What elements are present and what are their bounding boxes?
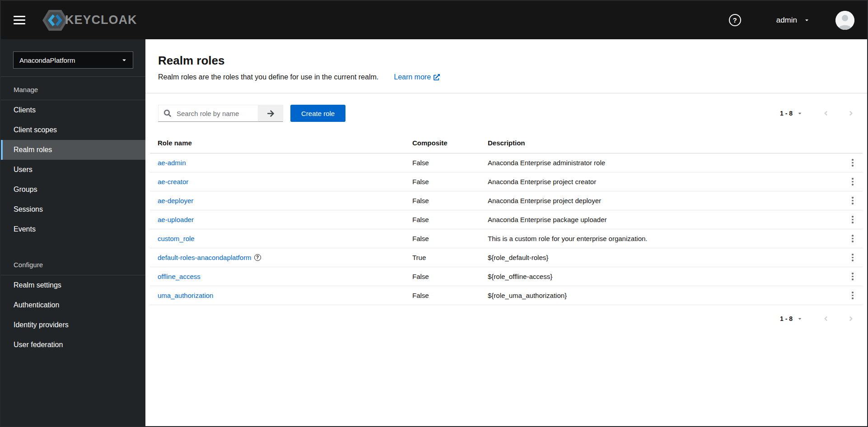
- description-cell: Anaconda Enterprise project creator: [488, 178, 843, 186]
- table-row: ae-admin False Anaconda Enterprise admin…: [150, 153, 863, 172]
- sidebar-item-users[interactable]: Users: [1, 160, 145, 180]
- sidebar-item-sessions[interactable]: Sessions: [1, 200, 145, 219]
- description-cell: ${role_default-roles}: [488, 254, 843, 261]
- top-pagination: 1 - 8: [780, 110, 854, 117]
- kebab-menu-icon[interactable]: [849, 232, 856, 245]
- search-icon: [164, 110, 171, 119]
- kebab-menu-icon[interactable]: [849, 289, 856, 302]
- kebab-menu-icon[interactable]: [849, 156, 856, 169]
- caret-down-icon: [804, 18, 809, 23]
- column-header-description: Description: [488, 139, 843, 147]
- chevron-right-icon[interactable]: [847, 315, 854, 322]
- role-name-link[interactable]: ae-admin: [158, 159, 186, 167]
- table-toolbar: Create role 1 - 8: [145, 94, 867, 133]
- user-name: admin: [776, 16, 797, 25]
- sidebar-item-realm-roles[interactable]: Realm roles: [1, 140, 145, 160]
- realm-selector[interactable]: AnacondaPlatform: [13, 51, 133, 69]
- description-cell: Anaconda Enterprise package uploader: [488, 216, 843, 223]
- role-name-link[interactable]: ae-deployer: [158, 197, 193, 204]
- composite-cell: False: [412, 273, 488, 280]
- chevron-right-icon[interactable]: [847, 110, 854, 117]
- page-title: Realm roles: [158, 53, 854, 68]
- kebab-menu-icon[interactable]: [849, 213, 856, 226]
- column-header-role-name: Role name: [150, 139, 412, 147]
- table-row: ae-creator False Anaconda Enterprise pro…: [150, 172, 863, 191]
- pagination-range: 1 - 8: [780, 315, 793, 322]
- table-row: custom_role False This is a custom role …: [150, 229, 863, 248]
- description-cell: This is a custom role for your enterpris…: [488, 235, 843, 242]
- external-link-icon: [434, 74, 440, 80]
- main-content: Realm roles Realm roles are the roles th…: [145, 39, 867, 426]
- sidebar-item-clients[interactable]: Clients: [1, 100, 145, 120]
- composite-cell: False: [412, 292, 488, 299]
- arrow-right-icon: [267, 110, 275, 117]
- description-cell: ${role_offline-access}: [488, 273, 843, 280]
- composite-cell: True: [412, 254, 488, 261]
- create-role-button[interactable]: Create role: [290, 105, 345, 122]
- sidebar-item-user-federation[interactable]: User federation: [1, 335, 145, 355]
- nav-section-label: Manage: [1, 77, 145, 100]
- sidebar-item-realm-settings[interactable]: Realm settings: [1, 275, 145, 295]
- table-row: ae-uploader False Anaconda Enterprise pa…: [150, 210, 863, 229]
- sidebar-item-identity-providers[interactable]: Identity providers: [1, 315, 145, 335]
- sidebar-item-groups[interactable]: Groups: [1, 180, 145, 200]
- bottom-pagination-wrap: 1 - 8: [145, 305, 867, 322]
- table-row: default-roles-anacondaplatform ? True ${…: [150, 248, 863, 267]
- composite-cell: False: [412, 178, 488, 186]
- column-header-composite: Composite: [412, 139, 488, 147]
- keycloak-logo[interactable]: KEYCLOAK: [42, 9, 137, 31]
- page-description: Realm roles are the roles that you defin…: [158, 72, 378, 83]
- keycloak-hexagon-icon: [42, 9, 68, 31]
- role-name-link[interactable]: ae-creator: [158, 178, 188, 186]
- search-submit-button[interactable]: [258, 105, 283, 122]
- caret-down-icon: [798, 316, 802, 321]
- sidebar: AnacondaPlatform Manage ClientsClient sc…: [1, 39, 145, 426]
- composite-cell: False: [412, 159, 488, 167]
- table-row: offline_access False ${role_offline-acce…: [150, 267, 863, 286]
- sidebar-item-authentication[interactable]: Authentication: [1, 295, 145, 315]
- role-name-link[interactable]: ae-uploader: [158, 216, 194, 223]
- pagination-range-dropdown[interactable]: 1 - 8: [780, 315, 802, 322]
- kebab-menu-icon[interactable]: [849, 251, 856, 264]
- learn-more-link[interactable]: Learn more: [394, 72, 440, 83]
- table-body: ae-admin False Anaconda Enterprise admin…: [150, 153, 863, 305]
- search-input[interactable]: [158, 105, 258, 122]
- composite-cell: False: [412, 197, 488, 204]
- user-dropdown[interactable]: admin: [776, 16, 809, 25]
- chevron-left-icon[interactable]: [822, 315, 829, 322]
- kebab-menu-icon[interactable]: [849, 270, 856, 283]
- caret-down-icon: [798, 111, 802, 116]
- nav-section-label: Configure: [1, 252, 145, 275]
- kebab-menu-icon[interactable]: [849, 194, 856, 207]
- realm-roles-table: Role name Composite Description ae-admin…: [150, 133, 863, 305]
- nav-item-list: Realm settingsAuthenticationIdentity pro…: [1, 275, 145, 355]
- brand-text: KEYCLOAK: [65, 13, 137, 27]
- composite-cell: False: [412, 235, 488, 242]
- nav-section: Configure Realm settingsAuthenticationId…: [1, 252, 145, 355]
- role-name-link[interactable]: custom_role: [158, 235, 195, 242]
- sidebar-item-client-scopes[interactable]: Client scopes: [1, 120, 145, 140]
- description-cell: ${role_uma_authorization}: [488, 292, 843, 299]
- chevron-left-icon[interactable]: [822, 110, 829, 117]
- masthead-right: ? admin: [729, 11, 854, 30]
- pagination-range: 1 - 8: [780, 110, 793, 117]
- table-row: uma_authorization False ${role_uma_autho…: [150, 286, 863, 305]
- role-name-link[interactable]: uma_authorization: [158, 292, 213, 299]
- avatar[interactable]: [835, 11, 854, 30]
- role-name-link[interactable]: offline_access: [158, 273, 201, 280]
- role-help-icon[interactable]: ?: [254, 254, 261, 261]
- composite-cell: False: [412, 216, 488, 223]
- sidebar-nav: Manage ClientsClient scopesRealm rolesUs…: [1, 77, 145, 355]
- sidebar-item-events[interactable]: Events: [1, 219, 145, 239]
- description-cell: Anaconda Enterprise administrator role: [488, 159, 843, 167]
- help-icon[interactable]: ?: [729, 14, 741, 26]
- kebab-menu-icon[interactable]: [849, 175, 856, 188]
- caret-down-icon: [121, 57, 127, 63]
- page-header: Realm roles Realm roles are the roles th…: [145, 39, 867, 94]
- keycloak-admin-window: KEYCLOAK ? admin An: [0, 0, 868, 427]
- table-header-row: Role name Composite Description: [150, 133, 863, 153]
- nav-item-list: ClientsClient scopesRealm rolesUsersGrou…: [1, 100, 145, 239]
- hamburger-menu-icon[interactable]: [14, 16, 25, 24]
- role-name-link[interactable]: default-roles-anacondaplatform: [158, 254, 252, 261]
- pagination-range-dropdown[interactable]: 1 - 8: [780, 110, 802, 117]
